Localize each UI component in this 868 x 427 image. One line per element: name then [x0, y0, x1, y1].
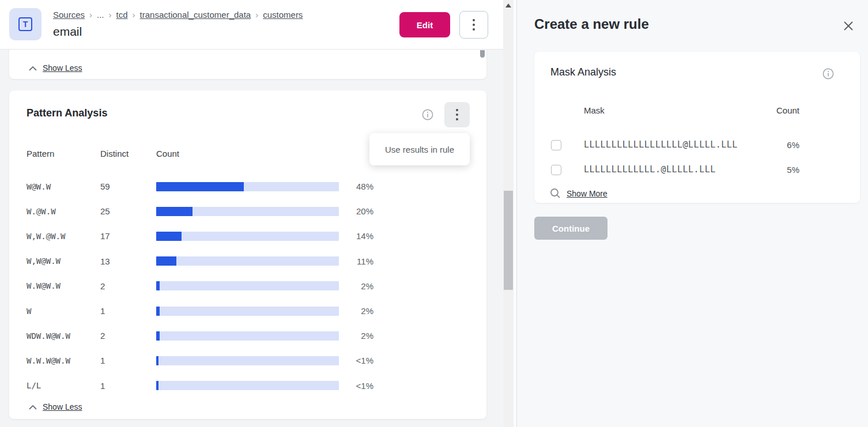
close-icon[interactable]	[841, 19, 855, 33]
distinct-value: 13	[100, 256, 156, 266]
header-kebab-menu-button[interactable]	[459, 11, 488, 39]
panel-title: Create a new rule	[534, 16, 649, 32]
count-bar-fill	[156, 207, 193, 216]
show-more-link[interactable]: Show More	[550, 188, 607, 199]
menu-item-use-results-in-rule[interactable]: Use results in rule	[385, 145, 454, 154]
mask-count: 6%	[753, 140, 799, 150]
search-icon	[550, 188, 561, 199]
chevron-up-icon	[29, 66, 37, 71]
distinct-value: 2	[100, 281, 156, 291]
count-bar-track	[156, 256, 339, 266]
count-percent: 2%	[339, 306, 373, 316]
breadcrumb-dataset[interactable]: transactional_customer_data	[140, 10, 251, 20]
kebab-icon	[473, 19, 475, 31]
distinct-value: 2	[100, 331, 156, 341]
count-percent: 14%	[339, 231, 373, 241]
count-bar-track	[156, 356, 339, 365]
count-percent: <1%	[339, 356, 373, 365]
page-scrollbar-thumb[interactable]	[504, 191, 513, 290]
mask-count: 5%	[753, 165, 799, 175]
pattern-table-row: W.W.W@W.W1<1%	[9, 348, 486, 373]
column-header-distinct: Distinct	[100, 149, 156, 158]
pattern-table-body: W@W.W5948%W.@W.W2520%W,W.@W.W1714%W,W@W.…	[9, 174, 486, 398]
show-more-label: Show More	[567, 189, 607, 198]
count-percent: 2%	[339, 331, 373, 341]
count-bar-track	[156, 207, 339, 216]
page-scrollbar-track[interactable]	[503, 0, 514, 427]
distinct-value: 59	[100, 182, 156, 191]
mask-row-checkbox[interactable]	[551, 165, 561, 175]
content-scrollbar-thumb[interactable]	[480, 50, 485, 58]
column-header-pattern: Pattern	[27, 149, 100, 158]
pattern-value: W@W.W	[27, 182, 100, 191]
mask-value: LLLLLLLLLLLLLLLLLL@LLLLL.LLL	[584, 139, 738, 150]
show-less-label: Show Less	[43, 402, 82, 411]
pattern-table-row: W.W@W.W22%	[9, 274, 486, 298]
pattern-table-row: W,W.@W.W1714%	[9, 224, 486, 248]
page-title: email	[53, 25, 82, 39]
count-bar-fill	[156, 307, 160, 316]
distinct-value: 1	[100, 356, 156, 365]
pattern-value: W,W@W.W	[27, 256, 100, 266]
column-header-count: Count	[753, 105, 799, 115]
create-rule-panel: Create a new rule Mask Analysis Mask Cou…	[517, 0, 868, 427]
breadcrumb-sources[interactable]: Sources	[53, 10, 85, 20]
continue-button[interactable]: Continue	[534, 217, 607, 240]
show-less-link-bottom[interactable]: Show Less	[29, 402, 82, 411]
count-bar-track	[156, 182, 339, 191]
page-header: T Sources › ... › tcd › transactional_cu…	[0, 0, 503, 50]
pattern-value: L/L	[27, 381, 100, 390]
pattern-value: W	[27, 307, 100, 316]
chevron-right-icon: ›	[109, 10, 112, 20]
mask-value: LLLLLLLLLLLLL.@LLLLL.LLL	[584, 164, 716, 175]
info-icon[interactable]	[822, 68, 834, 80]
distinct-value: 17	[100, 231, 156, 241]
count-bar-fill	[156, 256, 176, 266]
edit-button[interactable]: Edit	[399, 12, 450, 37]
chevron-up-icon	[29, 405, 37, 410]
pattern-value: W.W@W.W	[27, 281, 100, 290]
pattern-analysis-title: Pattern Analysis	[27, 107, 107, 119]
count-bar-fill	[156, 331, 160, 341]
pattern-table-row: WDW.W@W.W22%	[9, 323, 486, 348]
count-bar-fill	[156, 182, 244, 191]
show-less-link-top[interactable]: Show Less	[29, 63, 82, 73]
pattern-value: WDW.W@W.W	[27, 331, 100, 341]
count-bar-fill	[156, 356, 158, 365]
mask-analysis-card: Mask Analysis Mask Count LLLLLLLLLLLLLLL…	[534, 52, 860, 203]
count-bar-track	[156, 307, 339, 316]
pattern-value: W.@W.W	[27, 207, 100, 216]
column-header-count: Count	[156, 149, 339, 158]
pattern-value: W,W.@W.W	[27, 232, 100, 241]
chevron-right-icon: ›	[255, 10, 258, 20]
kebab-menu-button[interactable]	[444, 102, 470, 127]
show-less-label: Show Less	[43, 63, 82, 73]
count-bar-track	[156, 232, 339, 241]
breadcrumb-collapsed[interactable]: ...	[97, 10, 104, 20]
text-type-icon: T	[18, 17, 32, 31]
distinct-value: 1	[100, 306, 156, 316]
mask-row-checkbox[interactable]	[551, 140, 561, 150]
distinct-value: 25	[100, 206, 156, 216]
count-bar-track	[156, 381, 339, 390]
pattern-table-row: W12%	[9, 298, 486, 323]
distinct-value: 1	[100, 381, 156, 391]
count-bar-fill	[156, 232, 182, 241]
pattern-table-row: W.@W.W2520%	[9, 199, 486, 224]
count-percent: 48%	[339, 182, 373, 191]
count-bar-fill	[156, 381, 158, 390]
kebab-dropdown-menu: Use results in rule	[369, 133, 470, 165]
main-content-pane: Show Less Pattern Analysis Pattern Disti…	[0, 0, 503, 427]
info-icon[interactable]	[422, 109, 433, 120]
count-bar-track	[156, 331, 339, 341]
breadcrumb-tcd[interactable]: tcd	[116, 10, 128, 20]
breadcrumb-customers[interactable]: customers	[263, 10, 303, 20]
chevron-right-icon: ›	[133, 10, 135, 20]
mask-analysis-title: Mask Analysis	[550, 66, 616, 78]
count-percent: <1%	[339, 381, 373, 391]
pattern-table-row: W,W@W.W1311%	[9, 249, 486, 274]
scrollbar-up-arrow[interactable]	[503, 1, 514, 9]
count-percent: 20%	[339, 206, 373, 216]
kebab-icon	[456, 109, 458, 120]
count-percent: 11%	[339, 256, 373, 266]
